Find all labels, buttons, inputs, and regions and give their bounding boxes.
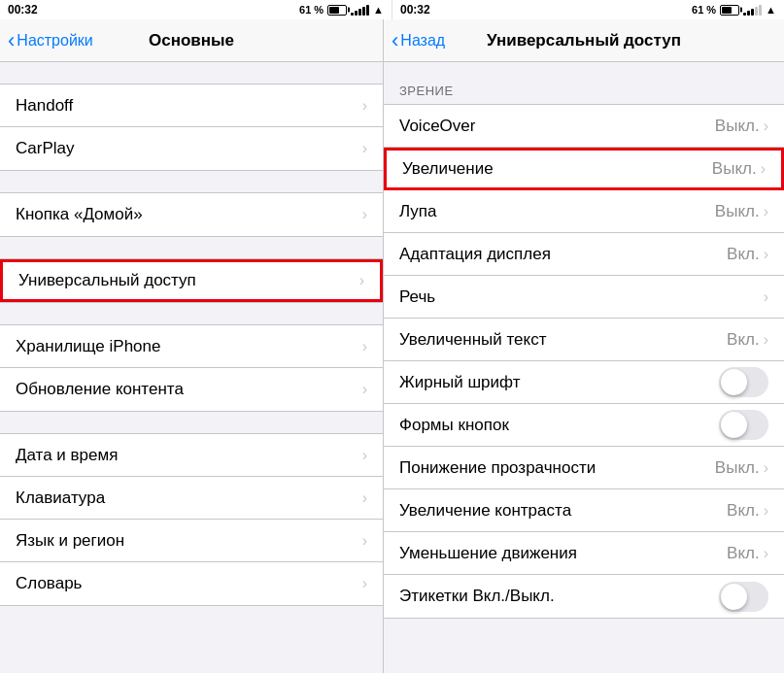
right-nav-title: Универсальный доступ bbox=[487, 31, 681, 50]
transparency-right: Выкл. › bbox=[715, 458, 768, 478]
list-item-transparency[interactable]: Понижение прозрачности Выкл. › bbox=[384, 447, 784, 489]
battery-tip-right bbox=[740, 8, 742, 13]
list-item-speech[interactable]: Речь › bbox=[384, 276, 784, 319]
list-item-contrast[interactable]: Увеличение контраста Вкл. › bbox=[384, 489, 784, 532]
group2: Кнопка «Домой» › bbox=[0, 192, 383, 237]
zoom-right: Выкл. › bbox=[712, 159, 766, 179]
list-item-dictionary[interactable]: Словарь › bbox=[0, 562, 383, 605]
list-item-storage[interactable]: Хранилище iPhone › bbox=[0, 325, 383, 368]
list-item-bold[interactable]: Жирный шрифт bbox=[384, 361, 784, 404]
battery-icon-right bbox=[720, 5, 739, 16]
buttonshapes-toggle-knob bbox=[721, 412, 747, 438]
chevron-icon-display: › bbox=[764, 246, 768, 263]
buttonshapes-toggle[interactable] bbox=[719, 410, 768, 440]
group5: Дата и время › Клавиатура › Язык и регио… bbox=[0, 433, 383, 606]
list-item-voiceover[interactable]: VoiceOver Выкл. › bbox=[384, 105, 784, 148]
chevron-icon-carplay: › bbox=[362, 140, 367, 157]
display-right: Вкл. › bbox=[727, 245, 768, 264]
language-label: Язык и регион bbox=[16, 531, 124, 551]
list-item-update[interactable]: Обновление контента › bbox=[0, 368, 383, 411]
voiceover-value: Выкл. bbox=[715, 117, 760, 136]
storage-label: Хранилище iPhone bbox=[16, 337, 160, 356]
chevron-icon-home: › bbox=[362, 206, 367, 223]
list-item-labels[interactable]: Этикетки Вкл./Выкл. bbox=[384, 575, 784, 618]
bold-toggle[interactable] bbox=[719, 367, 768, 397]
right-back-button[interactable]: ‹ Назад bbox=[392, 30, 445, 51]
list-item-carplay[interactable]: CarPlay › bbox=[0, 127, 383, 170]
vision-section-header: ЗРЕНИЕ bbox=[384, 84, 784, 104]
settings-list-5: Дата и время › Клавиатура › Язык и регио… bbox=[0, 433, 383, 606]
chevron-icon-dictionary: › bbox=[362, 575, 367, 592]
chevron-icon-motion: › bbox=[764, 545, 768, 562]
vision-section: ЗРЕНИЕ VoiceOver Выкл. › Увеличение Выкл… bbox=[384, 84, 784, 619]
list-item-loupe[interactable]: Лупа Выкл. › bbox=[384, 190, 784, 233]
list-item-handoff[interactable]: Handoff › bbox=[0, 84, 383, 127]
right-panel: ‹ Назад Универсальный доступ ЗРЕНИЕ Voic… bbox=[384, 19, 784, 673]
group4: Хранилище iPhone › Обновление контента › bbox=[0, 324, 383, 412]
loupe-right: Выкл. › bbox=[715, 202, 768, 221]
contrast-label: Увеличение контраста bbox=[399, 501, 571, 521]
list-item-home[interactable]: Кнопка «Домой» › bbox=[0, 193, 383, 236]
settings-list-1: Handoff › CarPlay › bbox=[0, 84, 383, 171]
accessibility-label: Универсальный доступ bbox=[18, 271, 196, 290]
left-back-button[interactable]: ‹ Настройки bbox=[8, 30, 93, 51]
list-item-language[interactable]: Язык и регион › bbox=[0, 520, 383, 562]
motion-label: Уменьшение движения bbox=[399, 544, 577, 563]
chevron-icon-update: › bbox=[362, 381, 367, 398]
wifi-icon-right: ▲ bbox=[766, 4, 776, 16]
carplay-right: › bbox=[362, 140, 367, 157]
zoom-value: Выкл. bbox=[712, 159, 757, 179]
settings-list-3: Универсальный доступ › bbox=[0, 258, 383, 303]
labels-toggle[interactable] bbox=[719, 582, 768, 612]
chevron-icon-language: › bbox=[362, 532, 367, 550]
chevron-icon-voiceover: › bbox=[764, 118, 768, 135]
list-item-accessibility[interactable]: Универсальный доступ › bbox=[0, 259, 383, 302]
dictionary-label: Словарь bbox=[16, 574, 82, 593]
left-back-label: Настройки bbox=[17, 32, 92, 50]
right-back-chevron-icon: ‹ bbox=[392, 30, 398, 51]
list-item-display[interactable]: Адаптация дисплея Вкл. › bbox=[384, 233, 784, 276]
right-back-label: Назад bbox=[400, 32, 445, 50]
list-item-zoom[interactable]: Увеличение Выкл. › bbox=[384, 148, 784, 190]
left-back-chevron-icon: ‹ bbox=[8, 30, 15, 51]
motion-right: Вкл. › bbox=[727, 544, 768, 563]
status-bar-left: 00:32 61 % ▲ bbox=[0, 0, 392, 19]
status-icons-left: 61 % ▲ bbox=[299, 4, 384, 16]
status-bar: 00:32 61 % ▲ 00:32 61 % bbox=[0, 0, 784, 19]
carplay-label: CarPlay bbox=[16, 139, 74, 158]
chevron-icon-speech: › bbox=[764, 288, 768, 306]
battery-icon-left bbox=[327, 5, 347, 16]
list-item-motion[interactable]: Уменьшение движения Вкл. › bbox=[384, 532, 784, 575]
list-item-largetext[interactable]: Увеличенный текст Вкл. › bbox=[384, 319, 784, 361]
buttonshapes-label: Формы кнопок bbox=[399, 416, 509, 435]
list-item-datetime[interactable]: Дата и время › bbox=[0, 434, 383, 477]
time-right: 00:32 bbox=[400, 3, 430, 17]
display-label: Адаптация дисплея bbox=[399, 245, 551, 264]
status-bar-right: 00:32 61 % ▲ bbox=[392, 0, 784, 19]
list-item-keyboard[interactable]: Клавиатура › bbox=[0, 477, 383, 520]
handoff-label: Handoff bbox=[16, 96, 73, 116]
largetext-value: Вкл. bbox=[727, 330, 760, 350]
bold-label: Жирный шрифт bbox=[399, 373, 520, 392]
chevron-icon-transparency: › bbox=[764, 459, 768, 477]
battery-percent-right: 61 % bbox=[692, 4, 716, 16]
list-item-buttonshapes[interactable]: Формы кнопок bbox=[384, 404, 784, 447]
transparency-label: Понижение прозрачности bbox=[399, 458, 596, 478]
chevron-icon-accessibility: › bbox=[359, 272, 364, 289]
chevron-icon-zoom: › bbox=[761, 160, 766, 178]
loupe-label: Лупа bbox=[399, 202, 437, 221]
voiceover-right: Выкл. › bbox=[715, 117, 768, 136]
contrast-value: Вкл. bbox=[727, 501, 760, 521]
largetext-label: Увеличенный текст bbox=[399, 330, 546, 350]
chevron-icon-handoff: › bbox=[362, 97, 367, 115]
contrast-right: Вкл. › bbox=[727, 501, 768, 521]
wifi-icon-left: ▲ bbox=[373, 4, 384, 16]
main-content: ‹ Настройки Основные Handoff › CarPlay › bbox=[0, 19, 784, 673]
right-nav-bar: ‹ Назад Универсальный доступ bbox=[384, 19, 784, 62]
motion-value: Вкл. bbox=[727, 544, 760, 563]
display-value: Вкл. bbox=[727, 245, 760, 264]
chevron-icon-largetext: › bbox=[764, 331, 768, 349]
speech-label: Речь bbox=[399, 287, 435, 307]
zoom-label: Увеличение bbox=[402, 159, 494, 179]
settings-list-2: Кнопка «Домой» › bbox=[0, 192, 383, 237]
